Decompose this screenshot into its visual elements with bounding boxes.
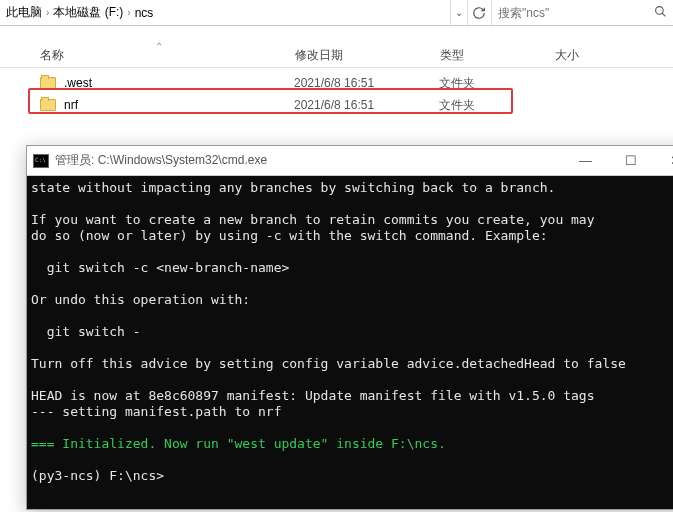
file-name: nrf	[64, 98, 294, 112]
file-type: 文件夹	[439, 75, 554, 92]
minimize-button[interactable]: —	[563, 146, 608, 175]
chevron-right-icon: ›	[127, 7, 130, 18]
list-item[interactable]: nrf 2021/6/8 16:51 文件夹	[0, 94, 673, 116]
file-type: 文件夹	[439, 97, 554, 114]
terminal-titlebar[interactable]: 管理员: C:\Windows\System32\cmd.exe — ☐ ✕	[27, 146, 673, 176]
list-item[interactable]: .west 2021/6/8 16:51 文件夹	[0, 72, 673, 94]
terminal-prompt: (py3-ncs) F:\ncs>	[31, 468, 164, 483]
terminal-body[interactable]: state without impacting any branches by …	[27, 176, 673, 509]
column-headers: 名称 ⌃ 修改日期 类型 大小	[0, 44, 673, 68]
file-name: .west	[64, 76, 294, 90]
col-size-header[interactable]: 大小	[555, 47, 673, 64]
terminal-title: 管理员: C:\Windows\System32\cmd.exe	[55, 152, 563, 169]
col-date-header[interactable]: 修改日期	[295, 47, 440, 64]
cmd-icon	[33, 154, 49, 168]
svg-point-0	[656, 6, 664, 14]
refresh-button[interactable]	[467, 0, 491, 25]
search-input[interactable]	[498, 6, 648, 20]
folder-icon	[40, 99, 56, 111]
crumb-root[interactable]: 此电脑	[6, 4, 42, 21]
address-bar: 此电脑› 本地磁盘 (F:)› ncs ⌄	[0, 0, 673, 26]
chevron-right-icon: ›	[46, 7, 49, 18]
terminal-window: 管理员: C:\Windows\System32\cmd.exe — ☐ ✕ s…	[26, 145, 673, 510]
close-button[interactable]: ✕	[653, 146, 673, 175]
file-date: 2021/6/8 16:51	[294, 98, 439, 112]
search-box[interactable]	[491, 0, 673, 25]
window-controls: — ☐ ✕	[563, 146, 673, 175]
maximize-button[interactable]: ☐	[608, 146, 653, 175]
breadcrumb[interactable]: 此电脑› 本地磁盘 (F:)› ncs	[0, 0, 450, 25]
folder-icon	[40, 77, 56, 89]
sort-indicator-icon: ⌃	[155, 41, 163, 52]
file-date: 2021/6/8 16:51	[294, 76, 439, 90]
search-icon[interactable]	[654, 5, 667, 21]
terminal-output: state without impacting any branches by …	[31, 180, 626, 419]
history-dropdown-button[interactable]: ⌄	[450, 0, 467, 25]
terminal-success-line: === Initialized. Now run "west update" i…	[31, 436, 446, 451]
file-list: .west 2021/6/8 16:51 文件夹 nrf 2021/6/8 16…	[0, 68, 673, 116]
crumb-drive[interactable]: 本地磁盘 (F:)	[53, 4, 123, 21]
svg-line-1	[662, 13, 665, 16]
col-name-label: 名称	[40, 48, 64, 62]
col-type-header[interactable]: 类型	[440, 47, 555, 64]
crumb-folder[interactable]: ncs	[135, 6, 154, 20]
col-name-header[interactable]: 名称 ⌃	[40, 47, 295, 64]
